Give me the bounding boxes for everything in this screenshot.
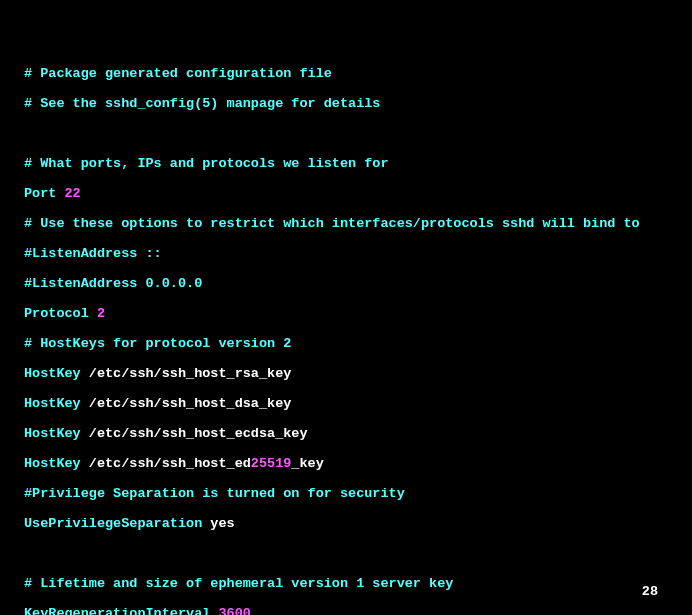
directive-protocol: Protocol (24, 306, 97, 321)
value-number: 2 (97, 306, 105, 321)
value-path: _key (291, 456, 323, 471)
directive-useprivilegeseparation: UsePrivilegeSeparation (24, 516, 210, 531)
config-line: UsePrivilegeSeparation yes (24, 516, 692, 531)
config-line: HostKey /etc/ssh/ssh_host_ecdsa_key (24, 426, 692, 441)
comment-text: # Use these options to restrict which in… (24, 216, 640, 231)
comment-text: #ListenAddress 0.0.0.0 (24, 276, 202, 291)
config-line: Port 22 (24, 186, 692, 201)
value-number: 3600 (218, 606, 250, 615)
config-line: # Package generated configuration file (24, 66, 692, 81)
comment-text: # What ports, IPs and protocols we liste… (24, 156, 389, 171)
comment-text: #ListenAddress :: (24, 246, 162, 261)
comment-text: # See the sshd_config(5) manpage for det… (24, 96, 380, 111)
directive-keyregenerationinterval: KeyRegenerationInterval (24, 606, 218, 615)
config-line: Protocol 2 (24, 306, 692, 321)
comment-text: # Lifetime and size of ephemeral version… (24, 576, 453, 591)
value-path: /etc/ssh/ssh_host_ecdsa_key (89, 426, 308, 441)
config-line: # Use these options to restrict which in… (24, 216, 692, 231)
config-line: # Lifetime and size of ephemeral version… (24, 576, 692, 591)
value-number: 22 (65, 186, 81, 201)
config-line: #ListenAddress 0.0.0.0 (24, 276, 692, 291)
config-line: KeyRegenerationInterval 3600 (24, 606, 692, 615)
directive-hostkey: HostKey (24, 426, 89, 441)
comment-text: #Privilege Separation is turned on for s… (24, 486, 405, 501)
config-line: #ListenAddress :: (24, 246, 692, 261)
comment-text: # HostKeys for protocol version 2 (24, 336, 291, 351)
value-path: /etc/ssh/ssh_host_dsa_key (89, 396, 292, 411)
directive-hostkey: HostKey (24, 366, 89, 381)
config-line: # What ports, IPs and protocols we liste… (24, 156, 692, 171)
value-path: /etc/ssh/ssh_host_ed (89, 456, 251, 471)
value-number: 25519 (251, 456, 292, 471)
directive-port: Port (24, 186, 65, 201)
blank-line (24, 546, 692, 561)
value-text: yes (210, 516, 234, 531)
config-line: HostKey /etc/ssh/ssh_host_ed25519_key (24, 456, 692, 471)
config-line: #Privilege Separation is turned on for s… (24, 486, 692, 501)
config-line: HostKey /etc/ssh/ssh_host_dsa_key (24, 396, 692, 411)
comment-text: # Package generated configuration file (24, 66, 332, 81)
line-number-indicator: 28 (642, 584, 658, 599)
config-line: # See the sshd_config(5) manpage for det… (24, 96, 692, 111)
config-line: # HostKeys for protocol version 2 (24, 336, 692, 351)
config-line: HostKey /etc/ssh/ssh_host_rsa_key (24, 366, 692, 381)
value-path: /etc/ssh/ssh_host_rsa_key (89, 366, 292, 381)
blank-line (24, 126, 692, 141)
directive-hostkey: HostKey (24, 456, 89, 471)
directive-hostkey: HostKey (24, 396, 89, 411)
